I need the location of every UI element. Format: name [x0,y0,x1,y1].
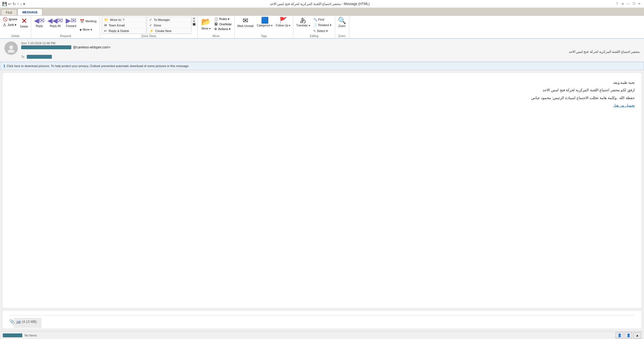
onenote-icon: 📓 [214,22,218,26]
reply-icon: ◀✉ [34,17,45,24]
qs-reply-delete[interactable]: ↩ Reply & Delete [102,28,146,34]
up-icon[interactable]: ↑ [17,2,19,6]
recipient-redacted [27,55,52,59]
follow-up-icon: 🚩 [279,17,287,23]
translate-button[interactable]: あ Translate ▾ [295,17,311,28]
find-related-select: 🔍 Find 📄 Related ▾ ↖ Select ▾ [312,17,333,34]
info-icon: ℹ [4,64,5,68]
rules-button[interactable]: 📋 Rules ▾ [213,17,233,21]
group-quick-steps-content: 📁 Move to: ? ✉ Team Email ↩ Reply & Dele… [102,17,196,34]
meeting-button[interactable]: 📅 Meeting [78,18,98,24]
email-meta: Sun 7-10-2018 12:46 PM @careless-whisper… [21,41,640,59]
follow-up-button[interactable]: 🚩 Follow Up ▾ [275,17,291,28]
zoom-button[interactable]: 🔍 Zoom [337,17,347,28]
status-btn-2[interactable]: 👤 [625,332,632,339]
privacy-notice[interactable]: ℹ Click here to download pictures. To he… [0,62,644,70]
more-button[interactable]: ▾ More ▾ [78,27,98,33]
actions-button[interactable]: ⚙ Actions ▾ [213,27,233,31]
window-controls: ? ⧉ — ❐ ✕ [614,1,642,6]
move-button[interactable]: 📂 Move ▾ [199,17,213,31]
down-icon[interactable]: ↓ [20,2,22,6]
tab-message[interactable]: MESSAGE [18,9,42,15]
maximize-btn[interactable]: ❐ [631,1,636,6]
email-date: Sun 7-10-2018 12:46 PM [21,41,640,45]
group-move-content: 📂 Move ▾ 📋 Rules ▾ 📓 OneNote ⚙ Actions ▾ [199,17,233,34]
meeting-more-column: 📅 Meeting ▾ More ▾ [78,17,98,34]
qs-done-icon: ✓ [149,23,152,27]
help-btn[interactable]: ? [614,1,619,6]
categorize-icon: 🟦 [261,17,269,23]
group-respond-content: ◀✉ Reply ◀◀✉ Reply All ▶✉ Forward 📅 Meet… [33,17,98,34]
save-icon[interactable]: 💾 [2,2,7,6]
minimize-btn[interactable]: — [626,1,631,6]
privacy-text: Click here to download pictures. To help… [7,64,189,68]
junk-button[interactable]: ⚠ Junk ▾ [2,22,18,27]
delete-icon: ✕ [21,17,27,24]
delete-button[interactable]: ✕ Delete [19,17,29,29]
find-button[interactable]: 🔍 Find [312,17,333,22]
body-line-3: حفظه الله ..وكلمة هامة تخللت الاجتماع لس… [9,95,635,101]
group-quick-steps-label: Quick Steps [102,34,196,38]
status-right: 👤 👤 ▲ [616,332,641,339]
ignore-button[interactable]: 🚫 Ignore [2,17,18,22]
undo-icon[interactable]: ↩ [8,2,11,6]
qs-team-email[interactable]: ✉ Team Email [102,23,146,28]
mark-unread-icon: ✉ [243,17,248,24]
status-no-items: No Items [25,334,37,337]
ribbon: 🚫 Ignore ⚠ Junk ▾ ✕ Delete Delete ◀✉ Rep… [0,16,644,39]
tab-file[interactable]: FILE [1,9,17,15]
group-respond-label: Respond [33,34,98,38]
qs-scroll-down[interactable]: ▼ [192,20,196,23]
close-btn[interactable]: ✕ [637,1,642,6]
qs-manager-icon: ✓ [149,18,152,22]
status-btn-scroll-up[interactable]: ▲ [633,332,641,339]
sender-domain: @careless-whisper.com> [73,45,111,49]
attachment-link[interactable]: .rar [16,320,21,324]
onenote-button[interactable]: 📓 OneNote [213,22,233,26]
quick-access-toolbar: 💾 ↩ ↻ ↑ ↓ ▾ [2,2,25,6]
message-area: Sun 7-10-2018 12:46 PM @careless-whisper… [0,39,644,331]
junk-icon: ⚠ [3,23,6,27]
zoom-icon: 🔍 [338,17,346,24]
restore-btn[interactable]: ⧉ [620,1,625,6]
reply-all-button[interactable]: ◀◀✉ Reply All [46,17,64,28]
select-button[interactable]: ↖ Select ▾ [312,29,333,33]
group-editing-label: Editing [295,34,333,38]
quick-steps-right: ✓ To Manager ✓ Done ⚡ Create New [147,17,191,34]
group-move: 📂 Move ▾ 📋 Rules ▾ 📓 OneNote ⚙ Actions ▾… [198,16,235,38]
quick-steps-left: 📁 Move to: ? ✉ Team Email ↩ Reply & Dele… [102,17,146,34]
status-left: No Items [3,333,37,337]
quick-steps-scroll: ▲ ▼ ⬛ [192,17,196,26]
status-progress-bar [3,333,22,337]
rules-onenote-column: 📋 Rules ▾ 📓 OneNote ⚙ Actions ▾ [213,17,233,31]
rules-icon: 📋 [214,17,218,21]
related-button[interactable]: 📄 Related ▾ [312,23,333,28]
mark-unread-button[interactable]: ✉ Mark Unread [236,17,255,28]
forward-icon: ▶✉ [66,17,76,24]
group-tags-content: ✉ Mark Unread 🟦 Categorize ▾ 🚩 Follow Up… [236,17,291,34]
qs-scroll-expand[interactable]: ⬛ [192,23,196,26]
qs-move-to[interactable]: 📁 Move to: ? [102,17,146,23]
tab-bar: FILE MESSAGE [0,8,644,16]
meeting-icon: 📅 [80,19,84,23]
more-quick-icon[interactable]: ▾ [23,2,25,6]
attachment-size: (4.13 MB) [22,320,37,324]
group-quick-steps: 📁 Move to: ? ✉ Team Email ↩ Reply & Dele… [100,16,198,38]
redo-icon[interactable]: ↻ [13,2,16,6]
status-bar: No Items 👤 👤 ▲ [0,331,644,339]
status-btn-1[interactable]: 👤 [616,332,623,339]
download-link[interactable]: تحميل من هنا. [613,103,635,107]
qs-create-new[interactable]: ⚡ Create New [147,28,191,34]
forward-button[interactable]: ▶✉ Forward [65,17,77,28]
qs-scroll-up[interactable]: ▲ [192,17,196,20]
qs-to-manager[interactable]: ✓ To Manager [147,17,191,23]
body-line-1: تحية طيبة وبعد [9,79,635,86]
qs-done[interactable]: ✓ Done [147,23,191,28]
categorize-button[interactable]: 🟦 Categorize ▾ [256,17,274,28]
actions-icon: ⚙ [214,27,217,31]
reply-button[interactable]: ◀✉ Reply [33,17,46,28]
qs-team-icon: ✉ [104,23,107,27]
title-bar: 💾 ↩ ↻ ↑ ↓ ▾ محضر اجتماع اللجنة المركزية … [0,0,644,8]
attachment-area: 📎 .rar (4.13 MB) [2,311,642,329]
email-from: @careless-whisper.com> [21,45,640,49]
